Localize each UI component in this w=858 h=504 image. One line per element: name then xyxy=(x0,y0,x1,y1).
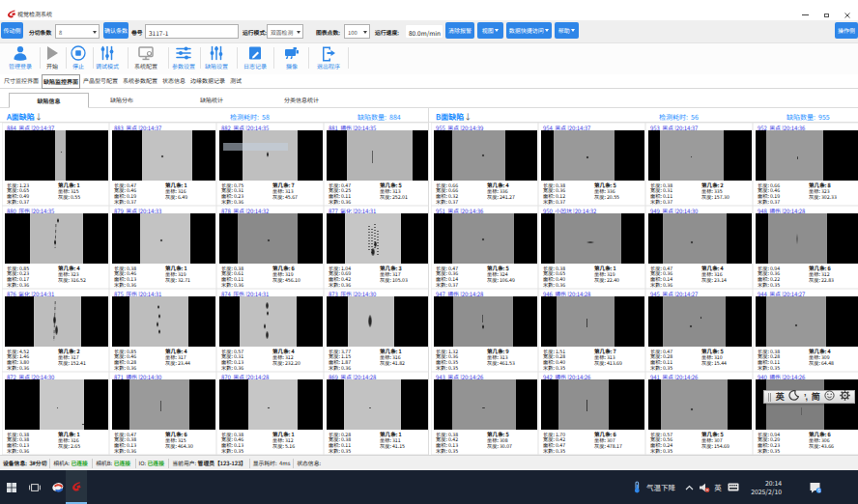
svg-text:6: 6 xyxy=(816,488,819,493)
